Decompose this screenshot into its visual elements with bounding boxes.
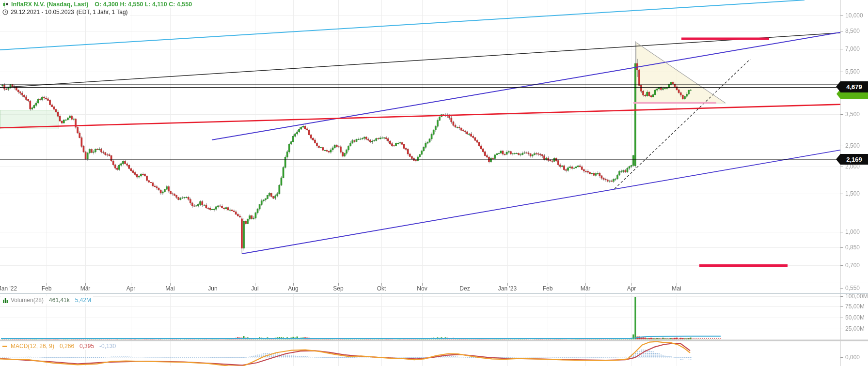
clock-icon bbox=[2, 9, 8, 15]
x-axis-month-label: Mär bbox=[581, 285, 591, 292]
price-axis-label: 5,500 bbox=[845, 68, 860, 75]
macd-signal-value: 0,395 bbox=[79, 343, 94, 350]
date-range-header: 29.12.2021 - 10.05.2023 (EDT, 1 Jahr, 1 … bbox=[0, 8, 130, 16]
x-axis-month-label: Jan '22 bbox=[0, 285, 17, 292]
x-axis-month-label: Apr bbox=[126, 285, 136, 292]
volume-indicator-legend[interactable]: Volumen(28) 461,41k 5,42M bbox=[0, 296, 93, 304]
volume-axis-label: 50,00M bbox=[845, 314, 865, 321]
x-axis-month-label: Apr bbox=[627, 285, 636, 292]
macd-axis-label: 0,000 bbox=[845, 354, 860, 361]
macd-histogram-value: -0,130 bbox=[99, 343, 116, 350]
trading-chart-page: { "header": { "symbol": "InflaRX N.V. (N… bbox=[0, 0, 868, 366]
price-chart-canvas[interactable] bbox=[0, 0, 868, 366]
macd-value: 0,266 bbox=[60, 343, 74, 350]
candlestick-chart-icon bbox=[2, 1, 9, 8]
x-axis-month-label: Mai bbox=[672, 285, 681, 292]
x-axis-month-label: Mai bbox=[165, 285, 174, 292]
x-axis-month-label: Jul bbox=[251, 285, 258, 292]
x-axis-month-label: Jan '23 bbox=[498, 285, 517, 292]
macd-line-icon bbox=[2, 344, 8, 348]
price-axis-label: 0,550 bbox=[845, 285, 860, 291]
lower-price-level-tag: 2,169 bbox=[840, 154, 868, 165]
volume-value: 461,41k bbox=[49, 297, 70, 304]
price-axis-label: 1,000 bbox=[845, 229, 860, 235]
x-axis-month-label: Nov bbox=[417, 285, 427, 292]
x-axis-month-label: Feb bbox=[543, 285, 553, 292]
symbol-name: InflaRX N.V. (Nasdaq, Last) bbox=[11, 1, 88, 8]
x-axis-month-label: Jun bbox=[208, 285, 217, 292]
macd-legend-name: MACD(12, 26, 9) bbox=[11, 343, 54, 350]
x-axis-month-label: Dez bbox=[459, 285, 470, 292]
macd-indicator-legend[interactable]: MACD(12, 26, 9) 0,266 0,395 -0,130 bbox=[0, 342, 118, 350]
upper-price-level-tag: 4,679 bbox=[840, 81, 868, 92]
price-axis-label: 3,500 bbox=[845, 111, 860, 118]
price-axis-label: 1,500 bbox=[845, 190, 860, 197]
timeframe-meta: (EDT, 1 Jahr, 1 Tag) bbox=[77, 9, 128, 15]
volume-axis-label: 25,00M bbox=[845, 325, 865, 332]
x-axis-month-label: Aug bbox=[288, 285, 298, 292]
price-axis-label: 0,850 bbox=[845, 244, 860, 251]
price-axis-label: 2,500 bbox=[845, 142, 860, 149]
volume-bars-icon bbox=[2, 297, 8, 303]
price-axis-label: 8,500 bbox=[845, 28, 860, 34]
volume-axis-label: 100,00M bbox=[845, 293, 868, 300]
price-axis-label: 7,000 bbox=[845, 46, 860, 52]
volume-ma-value: 5,42M bbox=[75, 297, 91, 304]
x-axis-month-label: Feb bbox=[42, 285, 52, 292]
x-axis-month-label: Okt bbox=[377, 285, 386, 292]
ohlc-values: O: 4,300 H: 4,550 L: 4,110 C: 4,550 bbox=[95, 1, 192, 8]
date-range: 29.12.2021 - 10.05.2023 bbox=[11, 9, 74, 15]
price-axis-label: 0,700 bbox=[845, 262, 860, 269]
volume-legend-name: Volumen(28) bbox=[11, 297, 44, 304]
x-axis-month-label: Sep bbox=[333, 285, 343, 292]
symbol-header: InflaRX N.V. (Nasdaq, Last) O: 4,300 H: … bbox=[0, 0, 194, 8]
x-axis-month-label: Mär bbox=[80, 285, 91, 292]
volume-axis-label: 75,00M bbox=[845, 303, 865, 310]
price-axis-label: 10,000 bbox=[845, 12, 863, 19]
